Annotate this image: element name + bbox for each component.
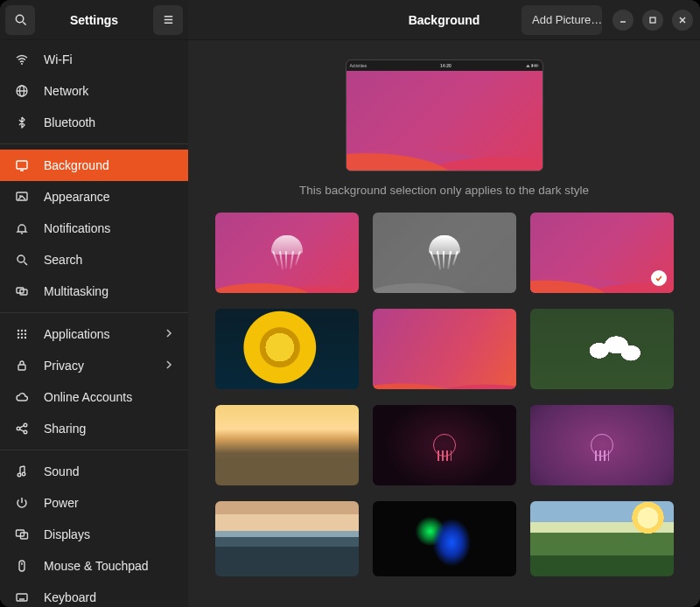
sidebar-item-label: Sharing xyxy=(44,422,174,436)
sidebar-item-label: Sound xyxy=(44,464,174,478)
search-button[interactable] xyxy=(5,5,35,35)
svg-point-21 xyxy=(21,333,23,335)
svg-point-0 xyxy=(16,15,23,22)
sidebar-item-label: Search xyxy=(44,253,174,267)
grid-icon xyxy=(14,326,30,342)
sidebar-item-label: Appearance xyxy=(44,190,174,204)
svg-point-18 xyxy=(21,330,23,331)
sidebar-item-wifi[interactable]: Wi-Fi xyxy=(0,44,188,75)
selected-check-icon xyxy=(651,270,667,286)
sidebar-item-label: Applications xyxy=(44,327,150,341)
svg-line-1 xyxy=(23,22,25,24)
sidebar-item-label: Keyboard xyxy=(44,590,174,604)
nav-separator xyxy=(0,143,188,144)
sidebar-item-label: Wi-Fi xyxy=(44,52,174,66)
preview-system-icons xyxy=(525,63,539,69)
sidebar-item-applications[interactable]: Applications xyxy=(0,318,188,350)
sidebar-item-sound[interactable]: Sound xyxy=(0,456,188,487)
wallpaper-spring-blossom[interactable] xyxy=(530,309,674,389)
svg-point-32 xyxy=(18,473,21,477)
sidebar-title: Settings xyxy=(40,13,148,27)
svg-point-19 xyxy=(24,330,26,331)
preview-topbar: Activities 14:20 xyxy=(346,60,542,71)
sidebar-header: Settings xyxy=(0,0,188,40)
wallpaper-neon-lights[interactable] xyxy=(373,501,516,576)
svg-rect-36 xyxy=(19,561,24,571)
preview-wallpaper xyxy=(346,60,542,171)
main-panel: Background Add Picture… Activiti xyxy=(188,0,700,607)
wallpaper-grid xyxy=(215,213,674,594)
sidebar-item-label: Displays xyxy=(44,527,174,541)
sidebar-item-label: Mouse & Touchpad xyxy=(44,559,174,573)
power-icon xyxy=(14,495,30,511)
primary-menu-button[interactable] xyxy=(153,5,183,35)
wallpaper-country-road-sunset[interactable] xyxy=(215,405,359,485)
current-background-preview: Activities 14:20 xyxy=(346,59,543,171)
displays-icon xyxy=(14,527,30,542)
sidebar-nav: Wi-FiNetworkBluetoothBackgroundAppearanc… xyxy=(0,40,188,607)
sidebar-item-label: Notifications xyxy=(44,221,174,235)
maximize-button[interactable] xyxy=(642,10,663,31)
search-icon xyxy=(14,252,30,268)
svg-rect-9 xyxy=(17,161,27,169)
svg-line-31 xyxy=(20,429,24,432)
sidebar-item-multitasking[interactable]: Multitasking xyxy=(0,276,188,307)
bell-icon xyxy=(14,220,30,236)
close-button[interactable] xyxy=(672,10,693,31)
mouse-icon xyxy=(14,558,30,574)
chevron-right-icon xyxy=(164,359,174,373)
sidebar-item-search[interactable]: Search xyxy=(0,244,188,276)
svg-point-25 xyxy=(24,337,26,338)
svg-point-23 xyxy=(18,337,19,338)
svg-rect-49 xyxy=(531,64,533,66)
jellyfish-icon xyxy=(424,235,465,270)
svg-point-13 xyxy=(18,255,24,262)
svg-point-27 xyxy=(17,427,20,430)
sidebar-item-keyboard[interactable]: Keyboard xyxy=(0,582,188,607)
minimize-button[interactable] xyxy=(612,10,634,31)
sidebar-item-label: Online Accounts xyxy=(44,390,174,404)
wallpaper-jellyfish-dark[interactable] xyxy=(373,405,516,485)
keyboard-icon xyxy=(14,590,30,605)
wallpaper-green-valley-sunset[interactable] xyxy=(530,501,674,576)
wallpaper-ubuntu-waves[interactable] xyxy=(373,309,516,389)
main-header: Background Add Picture… xyxy=(188,0,700,40)
svg-point-22 xyxy=(24,333,26,335)
appearance-icon xyxy=(14,189,30,205)
wallpaper-ubuntu-waves-dark[interactable] xyxy=(530,213,674,293)
wallpaper-sunflower[interactable] xyxy=(215,309,359,389)
svg-point-24 xyxy=(21,337,23,338)
sidebar-item-bluetooth[interactable]: Bluetooth xyxy=(0,107,188,138)
background-icon xyxy=(14,157,30,173)
preview-activities: Activities xyxy=(350,63,368,68)
add-picture-button[interactable]: Add Picture… xyxy=(522,5,602,35)
hamburger-icon xyxy=(162,13,175,26)
svg-line-30 xyxy=(20,426,24,429)
sidebar-item-sharing[interactable]: Sharing xyxy=(0,413,188,444)
sidebar-item-network[interactable]: Network xyxy=(0,75,188,107)
sidebar-item-appearance[interactable]: Appearance xyxy=(0,181,188,213)
wallpaper-mirror-lake[interactable] xyxy=(215,501,359,576)
globe-icon xyxy=(14,83,30,99)
sidebar-item-notifications[interactable]: Notifications xyxy=(0,213,188,244)
svg-point-5 xyxy=(21,63,23,65)
dark-style-hint: This background selection only applies t… xyxy=(299,184,589,197)
wallpaper-jammy-jellyfish-mono[interactable] xyxy=(373,213,516,293)
svg-point-33 xyxy=(22,472,25,476)
background-content: Activities 14:20 This background selecti… xyxy=(188,40,700,607)
sidebar-item-mouse[interactable]: Mouse & Touchpad xyxy=(0,550,188,582)
preview-clock: 14:20 xyxy=(440,63,452,68)
sidebar-item-label: Background xyxy=(44,158,174,172)
settings-window: Settings Wi-FiNetworkBluetoothBackground… xyxy=(0,0,700,607)
sidebar-item-power[interactable]: Power xyxy=(0,487,188,519)
sidebar-item-displays[interactable]: Displays xyxy=(0,519,188,550)
chevron-right-icon xyxy=(164,327,174,341)
sidebar-item-online[interactable]: Online Accounts xyxy=(0,381,188,413)
wallpaper-jammy-jellyfish-color[interactable] xyxy=(215,213,359,293)
wallpaper-jellyfish-purple[interactable] xyxy=(530,405,674,485)
sidebar-item-background[interactable]: Background xyxy=(0,150,188,181)
close-icon xyxy=(678,16,687,24)
sidebar-item-privacy[interactable]: Privacy xyxy=(0,350,188,381)
nav-separator xyxy=(0,450,188,450)
svg-line-14 xyxy=(24,262,28,266)
